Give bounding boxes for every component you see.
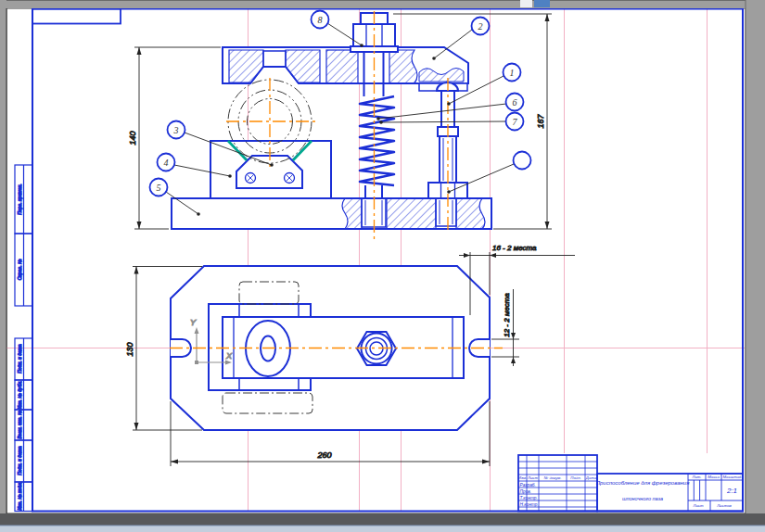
clamp-hatch-bolt-left (326, 50, 358, 83)
margin-label-inv-podl: Инв. № подл. (17, 481, 22, 510)
svg-text:5: 5 (157, 183, 161, 193)
balloon-4: 4 (158, 154, 175, 171)
application-window: Y X 140 167 (0, 0, 765, 532)
svg-text:8: 8 (318, 15, 323, 25)
y-axis-label: Y (190, 318, 197, 327)
tb-col-list: Лист (527, 475, 538, 480)
balloon-6: 6 (506, 94, 524, 111)
balloon-3: 3 (168, 121, 185, 139)
chrome-button-light[interactable] (520, 0, 532, 7)
svg-text:2: 2 (478, 21, 483, 32)
base-hatch-mid (387, 198, 436, 229)
tb-row-tkontr: Т.контр. (520, 496, 538, 500)
balloon-5: 5 (150, 179, 168, 196)
base-plate (172, 198, 491, 229)
tb-scale-label: Масштаб (722, 475, 742, 479)
svg-text:4: 4 (164, 158, 169, 168)
chrome-button-blue[interactable] (534, 0, 550, 7)
balloon-8: 8 (312, 11, 329, 29)
dim-overall-height: 167 (536, 114, 545, 129)
tb-sheets-label: Листов (716, 503, 732, 508)
tb-row-razrab: Разраб. (520, 483, 536, 488)
tb-col-izm: Изм. (518, 475, 527, 480)
margin-label-perv-primen: Перв. примен. (17, 184, 22, 214)
dim-plate-width: 130 (125, 342, 134, 356)
margin-label-podp-data-2: Подп. и дата (17, 446, 22, 475)
tb-mass-label: Масса (708, 475, 720, 479)
balloon-9 (514, 152, 531, 170)
margin-label-inv-dubl: Инв. № дубл. (17, 381, 22, 410)
taskbar[interactable] (0, 513, 765, 526)
cad-viewport[interactable]: Y X 140 167 (0, 0, 765, 532)
x-axis-label: X (225, 351, 233, 361)
tb-lit-label: Лит. (691, 475, 701, 479)
tb-row-prov: Пров. (520, 489, 532, 494)
margin-label-podp-data-1: Подп. и дата (17, 344, 22, 374)
margin-label-sprav: Справ. № (17, 259, 22, 280)
svg-text:1: 1 (510, 68, 515, 78)
bottom-strip (0, 526, 765, 532)
tb-scale-value: 2:1 (726, 487, 737, 495)
margin-label-vzam-inv: Взам. инв. № (17, 410, 22, 439)
balloon-7: 7 (506, 113, 524, 131)
tb-title-line1: Приспособление для фрезерования (596, 480, 691, 486)
tb-col-podp: Подп. (570, 475, 580, 480)
top-chrome-strip (0, 0, 765, 8)
svg-text:6: 6 (513, 97, 517, 108)
tb-title-line2: шпоночного паза (622, 496, 663, 501)
left-chrome-strip (0, 0, 6, 532)
balloon-1: 1 (504, 64, 521, 82)
tb-col-dokum: № докум. (544, 475, 562, 480)
right-chrome-strip[interactable] (746, 0, 765, 532)
dim-slot-side: 12 - 2 места (503, 293, 511, 337)
svg-text:3: 3 (173, 125, 179, 135)
tb-row-nkontr: Н.контр. (520, 502, 539, 507)
tb-sheet-label: Лист (692, 503, 703, 508)
dim-front-height: 140 (128, 131, 137, 145)
dim-plate-length: 260 (316, 450, 331, 460)
balloon-2: 2 (472, 18, 490, 35)
dim-slot-top: 16 - 2 места (492, 244, 537, 252)
